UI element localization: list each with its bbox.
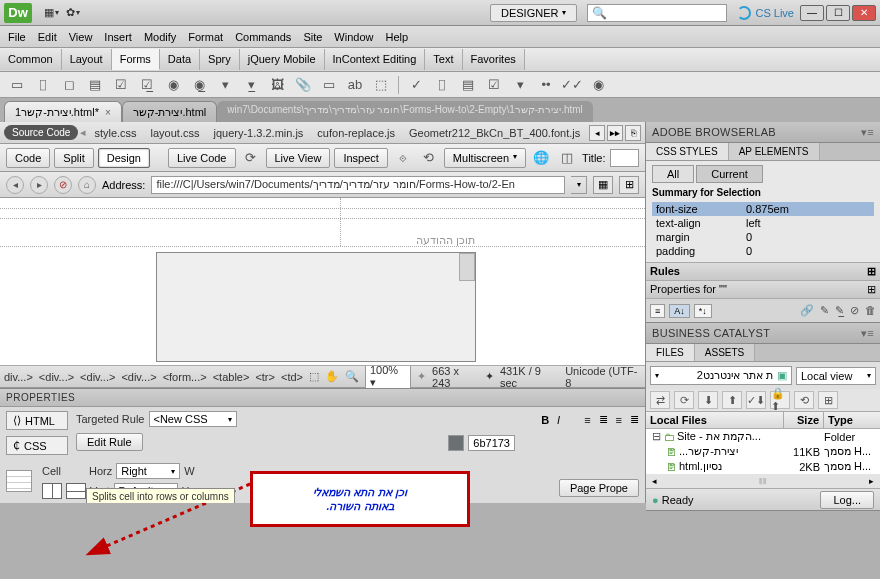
edit-rule-button[interactable]: Edit Rule — [76, 433, 143, 451]
back-icon[interactable]: ◂ — [6, 176, 24, 194]
page-properties-button[interactable]: Page Prope — [559, 479, 639, 497]
insert-tab-incontext[interactable]: InContext Editing — [325, 49, 426, 70]
source-code-pill[interactable]: Source Code — [4, 125, 78, 140]
panel-menu-icon[interactable]: ▾≡ — [861, 126, 874, 139]
menu-help[interactable]: Help — [385, 31, 408, 43]
insert-tab-spry[interactable]: Spry — [200, 49, 240, 70]
form-textarea[interactable] — [156, 252, 476, 362]
tag-crumb[interactable]: <div...> — [39, 371, 74, 383]
css-row[interactable]: margin0 — [652, 230, 874, 244]
browserlab-header[interactable]: ADOBE BROWSERLAB▾≡ — [646, 122, 880, 142]
select-tool-icon[interactable]: ⬚ — [309, 370, 319, 383]
title-input[interactable] — [610, 149, 639, 167]
related-file[interactable]: style.css — [88, 125, 142, 141]
connect-icon[interactable]: ⇄ — [650, 391, 670, 409]
italic-icon[interactable]: I — [557, 414, 560, 426]
business-catalyst-header[interactable]: BUSINESS CATALYST▾≡ — [646, 323, 880, 343]
insert-tab-favorites[interactable]: Favorites — [463, 49, 525, 70]
table-select-icon[interactable] — [6, 470, 32, 492]
browse-icon[interactable]: ▦ — [593, 176, 613, 194]
tag-crumb[interactable]: <form...> — [163, 371, 207, 383]
filefield-icon[interactable]: 📎 — [292, 75, 314, 95]
close-button[interactable]: ✕ — [852, 5, 876, 21]
get-icon[interactable]: ⬇ — [698, 391, 718, 409]
bg-color-swatch[interactable] — [448, 435, 464, 451]
split-cell-icon[interactable] — [66, 483, 86, 499]
spry-confirm-icon[interactable]: ✓✓ — [561, 75, 583, 95]
preview-icon[interactable]: 🌐 — [530, 148, 552, 168]
all-tab[interactable]: All — [652, 165, 694, 183]
view-select[interactable]: Local view▾ — [796, 367, 876, 385]
cslive-button[interactable]: CS Live — [737, 6, 794, 20]
log-button[interactable]: Log... — [820, 491, 874, 509]
menu-modify[interactable]: Modify — [144, 31, 176, 43]
textfield-icon[interactable]: ⌷ — [32, 75, 54, 95]
menu-insert[interactable]: Insert — [104, 31, 132, 43]
related-file[interactable]: layout.css — [145, 125, 206, 141]
address-dropdown[interactable]: ▾ — [571, 176, 587, 194]
files-tree[interactable]: ⊟🗀 Site - הקמת את...Folder 🖹 יצירת-קשר..… — [646, 429, 880, 474]
live-code-sync-icon[interactable]: ⟳ — [240, 148, 262, 168]
css-row[interactable]: text-alignleft — [652, 216, 874, 230]
rel-next[interactable]: ▸▸ — [607, 125, 623, 141]
split-view-button[interactable]: Split — [54, 148, 93, 168]
extension-menu-icon[interactable]: ✿▾ — [64, 4, 82, 22]
menu-site[interactable]: Site — [303, 31, 322, 43]
design-view-button[interactable]: Design — [98, 148, 150, 168]
select-icon[interactable]: ▾ — [214, 75, 236, 95]
maximize-button[interactable]: ☐ — [826, 5, 850, 21]
checkin-icon[interactable]: 🔒⬆ — [770, 391, 790, 409]
rel-menu[interactable]: ⎘ — [625, 125, 641, 141]
css-mode-button[interactable]: ₵CSS — [6, 436, 68, 455]
expand-icon[interactable]: ⊞ — [818, 391, 838, 409]
guides-icon[interactable]: ⊞ — [619, 176, 639, 194]
align-left-icon[interactable]: ≡ — [584, 414, 590, 426]
tag-crumb[interactable]: <tr> — [255, 371, 275, 383]
browser-nav-icon[interactable]: ⟐ — [392, 148, 414, 168]
related-file[interactable]: cufon-replace.js — [311, 125, 401, 141]
panel-menu-icon[interactable]: ▾≡ — [861, 327, 874, 340]
refresh-icon[interactable]: ⟲ — [418, 148, 440, 168]
tag-crumb[interactable]: div...> — [4, 371, 33, 383]
textarea-icon[interactable]: ▤ — [84, 75, 106, 95]
rules-bar[interactable]: Rules⊞ — [646, 262, 880, 280]
current-tab[interactable]: Current — [696, 165, 763, 183]
put-icon[interactable]: ⬆ — [722, 391, 742, 409]
col-local-files[interactable]: Local Files — [646, 412, 784, 428]
attach-css-icon[interactable]: 🔗 — [800, 304, 814, 317]
az-view-icon[interactable]: A↓ — [669, 304, 690, 318]
category-view-icon[interactable]: ≡ — [650, 304, 665, 318]
button-icon[interactable]: ▭ — [318, 75, 340, 95]
imagefield-icon[interactable]: 🖼 — [266, 75, 288, 95]
address-input[interactable]: file:///C|/Users/win7/Documents/חומר עזר… — [151, 176, 565, 194]
bg-color-input[interactable]: 6b7173 — [468, 435, 515, 451]
insert-tab-text[interactable]: Text — [425, 49, 462, 70]
related-file[interactable]: Geometr212_BkCn_BT_400.font.js — [403, 125, 586, 141]
insert-tab-jquery[interactable]: jQuery Mobile — [240, 49, 325, 70]
refresh-files-icon[interactable]: ⟳ — [674, 391, 694, 409]
tag-crumb[interactable]: <td> — [281, 371, 303, 383]
zoom-select[interactable]: 100% ▾ — [365, 362, 411, 391]
assets-tab[interactable]: ASSETS — [695, 344, 755, 361]
spry-select-icon[interactable]: ▾ — [509, 75, 531, 95]
tag-crumb[interactable]: <table> — [213, 371, 250, 383]
bold-icon[interactable]: B — [541, 414, 549, 426]
insert-tab-layout[interactable]: Layout — [62, 49, 112, 70]
menu-edit[interactable]: Edit — [38, 31, 57, 43]
align-right-icon[interactable]: ≡ — [616, 414, 622, 426]
scrollbar-stub[interactable] — [459, 253, 475, 281]
multiscreen-button[interactable]: Multiscreen▾ — [444, 148, 526, 168]
props-toggle-icon[interactable]: ⊞ — [867, 283, 876, 296]
properties-header[interactable]: PROPERTIES — [0, 389, 645, 407]
html-mode-button[interactable]: ⟨⟩HTML — [6, 411, 68, 430]
design-view[interactable]: תוכן ההודעה — [0, 198, 645, 366]
ap-elements-tab[interactable]: AP ELEMENTS — [729, 143, 820, 160]
tag-crumb[interactable]: <div...> — [121, 371, 156, 383]
spry-textarea-icon[interactable]: ▤ — [457, 75, 479, 95]
menu-commands[interactable]: Commands — [235, 31, 291, 43]
zoom-tool-icon[interactable]: 🔍 — [345, 370, 359, 383]
disable-css-icon[interactable]: ⊘ — [850, 304, 859, 317]
spry-checkbox-icon[interactable]: ☑ — [483, 75, 505, 95]
align-center-icon[interactable]: ≣ — [599, 413, 608, 426]
insert-tab-data[interactable]: Data — [160, 49, 200, 70]
